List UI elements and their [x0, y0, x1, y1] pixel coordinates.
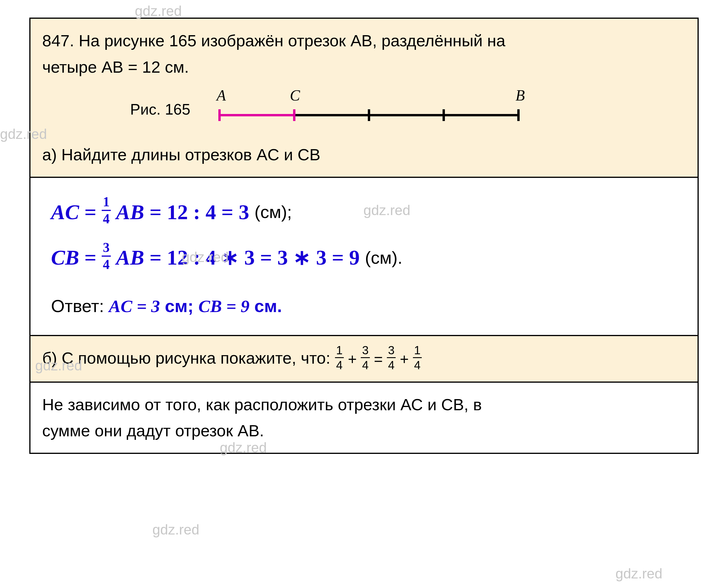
watermark: gdz.red — [616, 565, 662, 582]
eq1: = — [84, 195, 97, 229]
answer-ac-unit: см — [160, 296, 187, 316]
frac-3-4-den: 4 — [102, 256, 111, 271]
part-b-prefix: б) С помощью рисунка покажите, что: — [42, 349, 335, 367]
frac-3-4: 3 4 — [102, 241, 111, 271]
figure-caption: Рис. 165 — [130, 97, 190, 122]
cb-lhs: CB — [51, 241, 79, 274]
frac-b4-den: 4 — [413, 357, 422, 371]
frac-b3-num: 3 — [387, 344, 396, 357]
solution-line-ac: AC = 1 4 AB = 12 : 4 = 3 (см); — [51, 195, 686, 229]
problem-row: 847. На рисунке 165 изображён отрезок АВ… — [30, 19, 698, 178]
frac-b2: 3 4 — [361, 344, 369, 371]
eq-b: = — [374, 347, 383, 372]
segment-ab-figure: A C B — [208, 89, 530, 130]
frac-1-4: 1 4 — [102, 195, 111, 225]
answer-ac-eq: = — [132, 296, 151, 316]
solution-line-cb: CB = 3 4 AB = 12 : 4 ∗ 3 = 3 ∗ 3 = 9 (см… — [51, 241, 686, 274]
point-label-c: C — [290, 89, 301, 104]
answer-sep: ; — [187, 296, 199, 316]
plus1: + — [348, 347, 357, 372]
answer-label: Ответ: — [51, 296, 104, 316]
problem-text: 847. На рисунке 165 изображён отрезок АВ… — [42, 28, 686, 80]
solution-b-line2: сумме они дадут отрезок АВ. — [42, 421, 264, 440]
watermark: gdz.red — [152, 522, 199, 538]
frac-b4-num: 1 — [413, 344, 422, 357]
frac-b2-num: 3 — [361, 344, 369, 357]
frac-b3-den: 4 — [387, 357, 396, 371]
cb-mid: AB — [116, 241, 144, 274]
watermark: gdz.red — [135, 3, 182, 19]
frac-1-4-num: 1 — [102, 195, 111, 210]
point-label-a: A — [216, 89, 226, 104]
part-b-row: б) С помощью рисунка покажите, что: 1 4 … — [30, 336, 698, 383]
ac-calc: = 12 : 4 = 3 — [150, 195, 249, 229]
answer-ac-val: 3 — [151, 296, 160, 316]
part-b-equation: 1 4 + 3 4 = 3 4 + 1 4 — [335, 346, 422, 373]
frac-b4: 1 4 — [413, 344, 422, 371]
problem-line2: четыре АВ = 12 см. — [42, 58, 189, 76]
answer-cb-eq: = — [222, 296, 241, 316]
point-label-b: B — [516, 89, 525, 104]
problem-number: 847. — [42, 31, 74, 50]
frac-b3: 3 4 — [387, 344, 396, 371]
frac-b2-den: 4 — [361, 357, 369, 371]
page-root: gdz.red gdz.red gdz.red gdz.red gdz.red … — [0, 0, 728, 584]
problem-line1: На рисунке 165 изображён отрезок АВ, раз… — [79, 31, 505, 50]
answer-cb-unit: см. — [250, 296, 282, 316]
solution-a-row: AC = 1 4 AB = 12 : 4 = 3 (см); CB = 3 4 … — [30, 178, 698, 336]
part-a-prompt: a) Найдите длины отрезков AC и CB — [42, 141, 686, 168]
figure-row: Рис. 165 A C B — [130, 89, 686, 130]
eq2: = — [84, 241, 97, 274]
solution-b-line1: Не зависимо от того, как расположить отр… — [42, 395, 482, 414]
cb-calc: = 12 : 4 ∗ 3 = 3 ∗ 3 = 9 — [150, 241, 360, 274]
frac-1-4-den: 4 — [102, 210, 111, 225]
ac-mid: AB — [116, 195, 144, 229]
cb-unit: (см). — [365, 244, 402, 272]
ac-lhs: AC — [51, 195, 79, 229]
answer-cb-val: 9 — [241, 296, 250, 316]
plus2: + — [400, 347, 409, 372]
answer-cb-var: CB — [199, 296, 222, 316]
ac-unit: (см); — [254, 198, 292, 226]
answer-line: Ответ: AC = 3 см; CB = 9 см. — [51, 292, 686, 320]
solution-b-row: Не зависимо от того, как расположить отр… — [30, 383, 698, 453]
frac-b1: 1 4 — [335, 344, 344, 371]
answer-ac-var: AC — [109, 296, 132, 316]
frac-b1-den: 4 — [335, 357, 344, 371]
frac-b1-num: 1 — [335, 344, 344, 357]
frac-3-4-num: 3 — [102, 241, 111, 256]
content-frame: 847. На рисунке 165 изображён отрезок АВ… — [29, 18, 699, 454]
